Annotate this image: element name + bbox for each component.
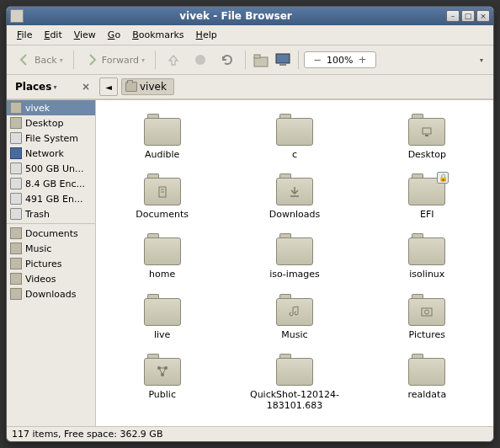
- folder-icon: [276, 354, 313, 386]
- close-sidebar-button[interactable]: ×: [79, 80, 93, 93]
- zoom-in-icon[interactable]: +: [359, 54, 367, 66]
- folder-item[interactable]: Pictures: [361, 289, 493, 349]
- back-icon: [17, 52, 32, 67]
- folder-item[interactable]: Music: [228, 289, 360, 349]
- maximize-button[interactable]: □: [461, 10, 475, 22]
- file-grid[interactable]: AudiblecDesktopDocumentsDownloads🔒EFIhom…: [96, 100, 493, 426]
- statusbar: 117 items, Free space: 362.9 GB: [7, 426, 493, 441]
- location-bar: Places ▾ × ◄ vivek: [7, 75, 493, 99]
- sidebar-item-label: Music: [25, 243, 51, 254]
- sidebar-item[interactable]: vivek: [7, 100, 95, 115]
- folder-icon: [408, 294, 445, 326]
- places-header[interactable]: Places ▾ ×: [12, 78, 96, 95]
- sidebar-item[interactable]: 491 GB En...: [7, 191, 95, 206]
- home-icon: [253, 52, 269, 67]
- folder-item[interactable]: iso-images: [228, 228, 360, 288]
- stop-button[interactable]: [188, 49, 213, 71]
- svg-rect-1: [254, 57, 268, 67]
- home-button[interactable]: [251, 50, 271, 70]
- computer-icon: [274, 52, 291, 67]
- folder-icon: 🔒: [408, 173, 445, 205]
- folder-item[interactable]: Downloads: [228, 168, 360, 228]
- up-button[interactable]: [161, 49, 186, 71]
- forward-icon: [84, 52, 99, 67]
- folder-item[interactable]: QuickShot-120124-183101.683: [228, 349, 360, 419]
- places-pane[interactable]: vivekDesktopFile SystemNetwork500 GB Un.…: [7, 100, 95, 301]
- folder-item[interactable]: isolinux: [361, 228, 493, 288]
- folder-icon: [10, 258, 22, 269]
- folder-item[interactable]: c: [228, 109, 360, 168]
- folder-icon: [10, 243, 22, 254]
- folder-item[interactable]: Documents: [96, 168, 228, 228]
- folder-label: Documents: [136, 209, 189, 220]
- sidebar-item-label: vivek: [25, 103, 50, 114]
- sidebar-item[interactable]: Music: [7, 241, 95, 256]
- sidebar-item[interactable]: Downloads: [7, 286, 95, 301]
- chevron-down-icon: ▾: [480, 56, 483, 64]
- drive-icon: [10, 163, 22, 174]
- folder-label: Desktop: [408, 149, 446, 160]
- sidebar-item[interactable]: File System: [7, 131, 95, 146]
- reload-button[interactable]: [215, 49, 240, 71]
- sidebar-item[interactable]: 500 GB Un...: [7, 161, 95, 176]
- folder-icon: [10, 273, 22, 285]
- sidebar-item[interactable]: Trash: [7, 206, 95, 221]
- close-button[interactable]: ×: [476, 10, 490, 22]
- folder-icon: [144, 354, 181, 386]
- folder-item[interactable]: realdata: [361, 349, 493, 419]
- titlebar[interactable]: vivek - File Browser – □ ×: [7, 7, 493, 25]
- sidebar-item[interactable]: Videos: [7, 271, 95, 286]
- computer-button[interactable]: [273, 50, 293, 70]
- sidebar-item[interactable]: Pictures: [7, 256, 95, 271]
- breadcrumb-item[interactable]: vivek: [121, 78, 174, 95]
- chevron-down-icon: ▾: [53, 83, 56, 91]
- zoom-out-icon[interactable]: −: [313, 54, 322, 66]
- sidebar-item-label: Documents: [25, 228, 78, 239]
- zoom-control[interactable]: − 100% +: [304, 51, 376, 68]
- up-icon: [166, 52, 181, 67]
- menu-view[interactable]: View: [69, 28, 101, 42]
- drive-icon: [10, 178, 22, 189]
- sidebar-item-label: Downloads: [25, 289, 76, 300]
- folder-item[interactable]: live: [96, 289, 228, 349]
- sidebar-item-label: 500 GB Un...: [25, 163, 84, 174]
- folder-item[interactable]: Desktop: [361, 109, 493, 168]
- folder-icon: [125, 82, 137, 92]
- folder-item[interactable]: Public: [96, 349, 228, 419]
- svg-rect-6: [425, 135, 428, 136]
- menu-bookmarks[interactable]: Bookmarks: [127, 28, 189, 42]
- menu-file[interactable]: File: [12, 28, 37, 42]
- svg-rect-3: [276, 54, 290, 63]
- back-button[interactable]: Back ▾: [12, 49, 68, 71]
- drive-icon: [10, 193, 22, 205]
- folder-icon: [144, 294, 181, 326]
- menu-edit[interactable]: Edit: [39, 28, 66, 42]
- window-title: vivek - File Browser: [27, 10, 444, 22]
- folder-label: Public: [148, 389, 176, 400]
- folder-item[interactable]: 🔒EFI: [361, 168, 493, 228]
- minimize-button[interactable]: –: [446, 10, 460, 22]
- folder-item[interactable]: home: [96, 228, 228, 288]
- menu-go[interactable]: Go: [103, 28, 125, 42]
- folder-icon: [144, 114, 181, 146]
- folder-label: realdata: [408, 389, 447, 400]
- path-back-button[interactable]: ◄: [99, 77, 118, 96]
- sidebar-item[interactable]: Desktop: [7, 115, 95, 131]
- folder-label: EFI: [420, 209, 434, 220]
- folder-icon: [10, 102, 22, 114]
- sidebar-item[interactable]: 8.4 GB Enc...: [7, 176, 95, 191]
- folder-item[interactable]: Audible: [96, 109, 228, 168]
- sidebar-item-label: 8.4 GB Enc...: [25, 179, 85, 189]
- sidebar-item-label: Pictures: [25, 259, 62, 269]
- sidebar: vivekDesktopFile SystemNetwork500 GB Un.…: [7, 100, 96, 426]
- sidebar-item-label: Network: [25, 148, 64, 159]
- chevron-down-icon: ▾: [60, 56, 63, 64]
- sidebar-item[interactable]: Documents: [7, 226, 95, 241]
- sidebar-item[interactable]: Network: [7, 146, 95, 161]
- svg-point-0: [195, 55, 205, 65]
- body: vivekDesktopFile SystemNetwork500 GB Un.…: [7, 99, 493, 426]
- forward-button[interactable]: Forward ▾: [79, 49, 150, 71]
- menu-help[interactable]: Help: [191, 28, 222, 42]
- sidebar-item-label: Videos: [25, 274, 56, 285]
- view-mode-button[interactable]: ▾: [475, 53, 488, 67]
